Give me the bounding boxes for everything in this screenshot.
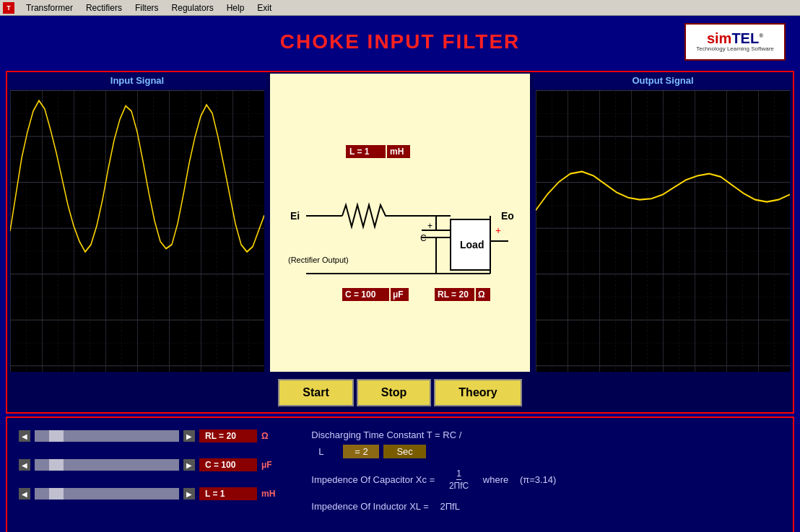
c-slider-right-arrow[interactable]: ▶ [183, 459, 195, 471]
rl-slider-row: ◀ ▶ RL = 20 Ω [19, 429, 275, 442]
l-slider-label: L = 1 [199, 487, 257, 500]
menubar: T Transformer Rectifiers Filters Regulat… [0, 0, 800, 16]
time-constant-value-box: = 2 [343, 445, 379, 458]
xl-formula-row: Impedence Of Inductor XL = 2ΠfL [311, 501, 781, 512]
rl-slider-right-arrow[interactable]: ▶ [183, 430, 195, 442]
c-slider-row: ◀ ▶ C = 100 μF [19, 458, 275, 471]
main-simulation-area: Input Signal [6, 71, 794, 414]
time-constant-label: Discharging Time Constant T = RC / [311, 429, 461, 440]
formulas-section: Discharging Time Constant T = RC / L = 2… [290, 425, 781, 512]
output-osc-grid [536, 90, 790, 372]
c-slider-thumb [49, 459, 64, 471]
output-osc-panel: Output Signal [533, 72, 793, 373]
rectifier-output-label: (Rectifier Output) [288, 256, 349, 264]
xc-label: Impedence Of Capacitor Xc = [311, 474, 435, 485]
input-osc-panel: Input Signal [7, 72, 267, 373]
l-slider-right-arrow[interactable]: ▶ [183, 488, 195, 500]
l-slider-left-arrow[interactable]: ◀ [19, 488, 30, 500]
l-slider-row: ◀ ▶ L = 1 mH [19, 487, 275, 500]
circuit-svg: L = 1 mH Ei (Rectifier Output) + [277, 129, 523, 317]
xl-formula: 2ΠfL [440, 501, 459, 512]
xc-fraction: 1 2ΠfC [449, 468, 469, 491]
sim-text: sim [707, 30, 731, 46]
eo-label: Eo [501, 210, 514, 222]
l-unit-label: mH [261, 489, 275, 499]
rl-slider-thumb [49, 430, 64, 442]
time-constant-l-label: L [318, 446, 323, 457]
svg-text:C = 100: C = 100 [345, 289, 376, 300]
header: CHOKE INPUT FILTER simTEL® Technology Le… [0, 16, 800, 68]
l-slider-thumb [49, 488, 64, 500]
svg-text:Ω: Ω [478, 289, 485, 300]
xc-fraction-num: 1 [456, 468, 461, 480]
c-slider-label: C = 100 [199, 458, 257, 471]
stop-button[interactable]: Stop [357, 379, 432, 406]
xc-pi: (π=3.14) [520, 474, 557, 485]
c-slider-left-arrow[interactable]: ◀ [19, 459, 30, 471]
menu-exit[interactable]: Exit [251, 1, 277, 14]
input-osc-screen [10, 90, 264, 372]
inductor-value-text: L = 1 [349, 147, 370, 157]
buttons-row: Start Stop Theory [7, 373, 793, 412]
svg-text:μF: μF [393, 289, 404, 300]
output-signal-label: Output Signal [533, 72, 793, 89]
ei-label: Ei [290, 210, 300, 222]
registered-mark: ® [759, 33, 763, 40]
svg-text:+: + [427, 221, 432, 231]
simtel-tagline: Technology Learning Software [696, 45, 774, 53]
menu-help[interactable]: Help [221, 1, 251, 14]
page-title: CHOKE INPUT FILTER [280, 30, 521, 53]
time-constant-sec-box: Sec [383, 445, 425, 458]
menu-rectifiers[interactable]: Rectifiers [80, 1, 128, 14]
time-constant-row: Discharging Time Constant T = RC / [311, 429, 781, 440]
tel-text: TEL [731, 30, 759, 46]
oscilloscopes-container: Input Signal [7, 72, 793, 373]
svg-text:+: + [495, 224, 501, 236]
menu-regulators[interactable]: Regulators [166, 1, 219, 14]
rl-slider-left-arrow[interactable]: ◀ [19, 430, 30, 442]
xc-where: where [483, 474, 508, 485]
sliders-section: ◀ ▶ RL = 20 Ω ◀ ▶ C = 100 μF ◀ ▶ L = 1 [19, 425, 275, 500]
xl-label: Impedence Of Inductor XL = [311, 501, 428, 512]
svg-text:C: C [420, 233, 427, 243]
svg-text:RL = 20: RL = 20 [438, 289, 469, 300]
l-slider-track[interactable] [35, 488, 179, 500]
theory-button[interactable]: Theory [434, 379, 521, 406]
time-constant-value-row: L = 2 Sec [318, 445, 781, 458]
output-osc-screen [536, 90, 790, 372]
menu-transformer[interactable]: Transformer [20, 1, 79, 14]
input-osc-grid [10, 90, 264, 372]
xc-formula-row: Impedence Of Capacitor Xc = 1 2ΠfC where… [311, 468, 781, 491]
inductor-unit-text: mH [390, 147, 404, 157]
c-unit-label: μF [261, 460, 272, 470]
c-slider-track[interactable] [35, 459, 179, 471]
rl-slider-label: RL = 20 [199, 429, 257, 442]
input-signal-label: Input Signal [7, 72, 267, 89]
simtel-logo: simTEL® Technology Learning Software [684, 23, 786, 61]
simtel-brand: simTEL® [707, 31, 763, 45]
rl-slider-track[interactable] [35, 430, 179, 442]
app-logo: T [3, 2, 14, 14]
menu-filters[interactable]: Filters [129, 1, 165, 14]
svg-rect-1 [10, 90, 264, 372]
rl-unit-label: Ω [261, 431, 269, 441]
xc-fraction-den: 2ΠfC [449, 480, 469, 491]
svg-rect-28 [536, 90, 790, 372]
bottom-controls-area: ◀ ▶ RL = 20 Ω ◀ ▶ C = 100 μF ◀ ▶ L = 1 [6, 417, 794, 532]
start-button[interactable]: Start [278, 379, 353, 406]
circuit-diagram-panel: L = 1 mH Ei (Rectifier Output) + [270, 74, 530, 372]
load-label: Load [460, 239, 484, 250]
